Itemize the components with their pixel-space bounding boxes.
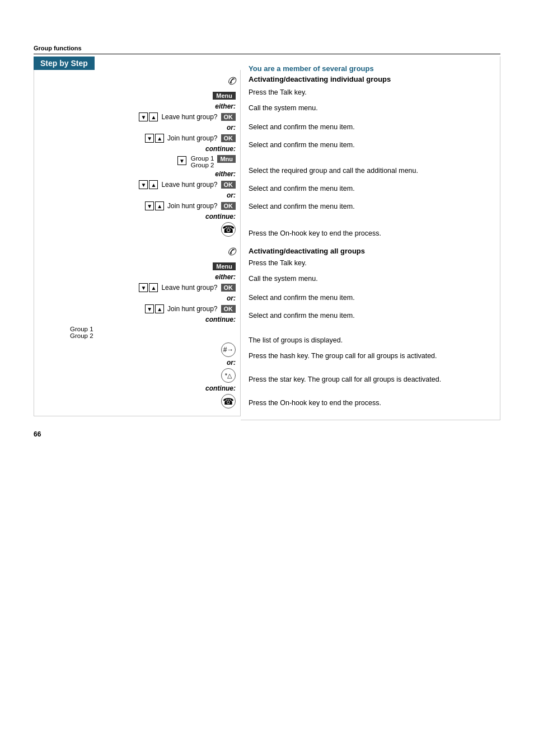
hash-key-icon: #→ [221,342,236,357]
menu-button: Menu [213,92,236,100]
up-arrow-5: ▲ [149,283,158,292]
onhook-icon-1: ☎ [221,222,236,237]
select-join-desc-3: Select and confirm the menu item. [249,311,492,323]
leave-hunt-label-2: Leave hunt group? [161,181,217,189]
talk-key-text-2: Press the Talk key. [249,259,492,269]
mnu-button-1: Mnu [217,155,236,163]
menu-button-2: Menu [213,262,236,270]
star-key-text: Press the star key. The group call for a… [249,375,492,385]
onhook-row-2: ☎ [34,392,240,410]
ok-button-2: OK [221,134,236,142]
list-displayed-text: The list of groups is displayed. [249,336,492,346]
down-arrow-group: ▼ [177,156,186,165]
select-join-text-2: Select and confirm the menu item. [249,202,492,212]
select-leave-desc-1: Select and confirm the menu item. [249,123,492,135]
select-group-text: Select the required group and call the a… [249,166,492,176]
join-hunt-label-1: Join hunt group? [167,134,217,142]
onhook-icon-2: ☎ [221,394,236,408]
talk-key-text: Press the Talk key. [249,88,492,98]
join-hunt-label-2: Join hunt group? [167,202,217,210]
join-hunt-row-2: ▼ ▲ Join hunt group? OK [34,199,240,213]
down-arrow-3: ▼ [139,180,148,189]
nav-arrows-4: ▼ ▲ [145,201,165,210]
onhook-text-1: Press the On-hook key to end the process… [249,229,492,239]
continue-label-4: continue: [34,384,240,392]
leave-hunt-row-2: ▼ ▲ Leave hunt group? OK [34,178,240,191]
talk-key-desc-2: Press the Talk key. [249,259,492,271]
group-select-row: ▼ Group 1 Group 2 Mnu [34,153,240,170]
up-arrow-3: ▲ [149,180,158,189]
either-label-3: either: [34,273,240,281]
system-menu-text: Call the system menu. [249,104,492,114]
hash-key-text: Press the hash key. The group call for a… [249,351,492,361]
hash-row: #→ [34,341,240,359]
up-arrow-2: ▲ [155,134,164,143]
page-number: 66 [34,430,500,438]
bold-title-2: Activating/deactivating all groups [249,247,492,255]
star-row: *△ [34,367,240,384]
hash-key-desc: Press the hash key. The group call for a… [249,351,492,364]
down-arrow-5: ▼ [139,283,148,292]
join-hunt-row-3: ▼ ▲ Join hunt group? OK [34,302,240,316]
continue-label-3: continue: [34,316,240,323]
down-arrow-1: ▼ [139,112,148,121]
continue-label-1: continue: [34,145,240,153]
ok-button-1: OK [221,113,236,121]
section-header: Group functions [34,45,500,54]
or-label-3: or: [34,294,240,302]
down-arrow-2: ▼ [145,134,154,143]
group-list-2: Group 1 Group 2 [70,326,93,339]
select-join-text-3: Select and confirm the menu item. [249,311,492,321]
nav-arrows-3: ▼ ▲ [139,180,159,189]
talk-key-icon-2: ✆ [227,246,236,258]
leave-hunt-row-3: ▼ ▲ Leave hunt group? OK [34,281,240,294]
continue-label-2: continue: [34,213,240,220]
right-column: You are a member of several groups Activ… [241,57,500,420]
bold-title-1: Activating/deactivating individual group… [249,75,492,83]
down-arrow-6: ▼ [145,304,154,313]
either-label-2: either: [34,170,240,178]
up-arrow-1: ▲ [149,112,158,121]
onhook-desc-1: Press the On-hook key to end the process… [249,229,492,241]
join-hunt-label-3: Join hunt group? [167,305,217,313]
leave-hunt-label-3: Leave hunt group? [161,284,217,292]
select-leave-text-1: Select and confirm the menu item. [249,123,492,133]
page: Group functions Step by Step ✆ Menu eith… [0,0,534,472]
leave-hunt-row-1: ▼ ▲ Leave hunt group? OK [34,110,240,124]
star-key-desc: Press the star key. The group call for a… [249,375,492,387]
ok-button-5: OK [221,284,236,292]
talk-key-icon: ✆ [227,75,236,87]
ok-button-4: OK [221,202,236,210]
ok-button-3: OK [221,181,236,189]
ok-button-6: OK [221,305,236,313]
menu-row-2: Menu [34,260,240,273]
up-arrow-4: ▲ [155,201,164,210]
select-join-desc-1: Select and confirm the menu item. [249,140,492,153]
select-join-desc-2: Select and confirm the menu item. [249,202,492,214]
up-arrow-6: ▲ [155,304,164,313]
onhook-desc-2: Press the On-hook key to end the process… [249,398,492,411]
join-hunt-row-1: ▼ ▲ Join hunt group? OK [34,132,240,145]
list-displayed-desc: The list of groups is displayed. [249,336,492,348]
or-label-2: or: [34,191,240,199]
select-group-desc: Select the required group and call the a… [249,166,492,179]
select-leave-text-3: Select and confirm the menu item. [249,293,492,303]
leave-hunt-label-1: Leave hunt group? [161,113,217,121]
talk-key-row-2: ✆ [34,244,240,260]
step-by-step-label: Step by Step [34,57,95,70]
system-menu-desc-2: Call the system menu. [249,274,492,287]
talk-key-desc: Press the Talk key. [249,88,492,100]
menu-row: Menu [34,89,240,102]
group-list-1: Group 1 Group 2 [191,155,214,168]
system-menu-text-2: Call the system menu. [249,274,492,284]
nav-arrows-6: ▼ ▲ [145,304,165,313]
nav-arrows-2: ▼ ▲ [145,134,165,143]
onhook-text-2: Press the On-hook key to end the process… [249,398,492,408]
talk-key-row: ✆ [34,73,240,89]
or-label-4: or: [34,359,240,367]
down-arrow-4: ▼ [145,201,154,210]
onhook-row-1: ☎ [34,220,240,238]
left-column: ✆ Menu either: ▼ ▲ Leave hunt group? OK [34,70,241,416]
nav-arrows-5: ▼ ▲ [139,283,159,292]
colored-title: You are a member of several groups [249,64,492,73]
